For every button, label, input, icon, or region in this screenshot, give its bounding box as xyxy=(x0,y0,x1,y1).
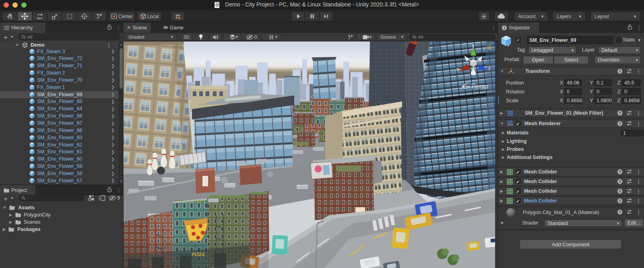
svg-text:?: ? xyxy=(619,169,621,174)
svg-text:z: z xyxy=(488,65,491,71)
svg-text:?: ? xyxy=(619,179,621,183)
svg-text:Persp: Persp xyxy=(471,83,488,90)
svg-text:?: ? xyxy=(619,111,621,115)
svg-text:?: ? xyxy=(619,189,621,193)
svg-text:?: ? xyxy=(619,210,621,214)
svg-text:?: ? xyxy=(619,69,621,73)
svg-text:?: ? xyxy=(619,198,621,203)
svg-text:?: ? xyxy=(619,121,621,126)
svg-text:y: y xyxy=(472,42,475,48)
svg-text:x: x xyxy=(456,66,459,72)
